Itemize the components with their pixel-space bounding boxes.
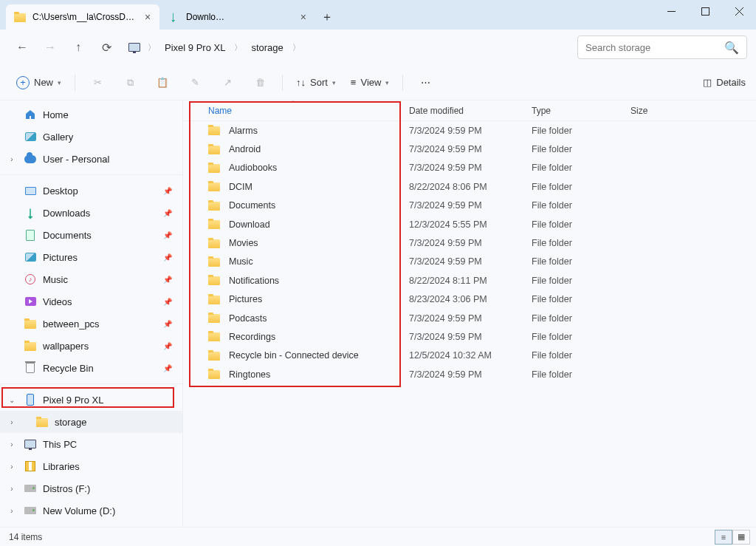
search-input[interactable]: 🔍	[577, 35, 747, 59]
details-button[interactable]: ◫ Details	[703, 77, 746, 88]
breadcrumb[interactable]: 〉 Pixel 9 Pro XL 〉 storage 〉	[121, 35, 576, 60]
sidebar-item-gallery[interactable]: Gallery	[0, 126, 182, 148]
table-row[interactable]: Alarms7/3/2024 9:59 PMFile folder	[183, 121, 756, 140]
file-type: File folder	[524, 313, 623, 324]
table-row[interactable]: Music7/3/2024 9:59 PMFile folder	[183, 253, 756, 271]
chevron-right-icon[interactable]: 〉	[146, 42, 157, 53]
chevron-right-icon[interactable]: 〉	[291, 42, 302, 53]
view-label: View	[360, 77, 381, 88]
tab-downloads[interactable]: ⭣ Downloads ×	[159, 4, 315, 30]
sidebar-item-music[interactable]: ♪Music📌	[0, 268, 182, 290]
drive-icon	[24, 482, 37, 495]
tab-active[interactable]: C:\Users\m__la\CrossDevice\Pi ×	[6, 4, 159, 30]
sidebar-item-this-pc[interactable]: ›This PC	[0, 433, 182, 455]
column-date[interactable]: Date modified	[402, 106, 524, 116]
cut-button[interactable]: ✂	[83, 70, 112, 95]
refresh-button[interactable]: ⟳	[93, 34, 120, 61]
file-type: File folder	[524, 200, 623, 211]
sidebar-item-storage[interactable]: ›storage	[0, 411, 182, 433]
column-size[interactable]: Size	[623, 106, 690, 116]
videos-icon	[24, 295, 37, 308]
table-row[interactable]: Documents7/3/2024 9:59 PMFile folder	[183, 197, 756, 215]
sidebar-item-between-pcs[interactable]: between_pcs📌	[0, 313, 182, 335]
chevron-right-icon[interactable]: ›	[6, 463, 18, 471]
search-icon[interactable]: 🔍	[724, 41, 739, 55]
chevron-right-icon[interactable]: 〉	[233, 42, 244, 53]
sidebar-item-new-volume-d-[interactable]: ›New Volume (D:)	[0, 499, 182, 522]
sort-button[interactable]: ↑↓ Sort ▾	[290, 70, 342, 95]
maximize-button[interactable]	[688, 0, 722, 22]
copy-button[interactable]: ⧉	[115, 70, 145, 95]
chevron-down-icon: ▾	[385, 79, 389, 86]
chevron-right-icon[interactable]: ›	[6, 155, 18, 163]
minimize-button[interactable]	[654, 0, 688, 22]
sidebar-item-recycle-bin[interactable]: Recycle Bin📌	[0, 357, 182, 379]
download-icon: ⭣	[167, 10, 180, 24]
sidebar-item-videos[interactable]: Videos📌	[0, 290, 182, 313]
sidebar-item-label: Libraries	[43, 461, 80, 472]
paste-button[interactable]: 📋	[148, 70, 177, 95]
folder-icon	[208, 330, 221, 344]
up-button[interactable]: ↑	[65, 34, 92, 61]
sidebar-item-desktop[interactable]: Desktop📌	[0, 180, 182, 202]
sidebar-item-pixel-9-pro-xl[interactable]: ⌄Pixel 9 Pro XL	[0, 389, 182, 411]
sidebar-item-downloads[interactable]: ⭣Downloads📌	[0, 202, 182, 224]
close-icon[interactable]: ×	[142, 11, 154, 23]
details-view-button[interactable]: ≡	[715, 530, 732, 545]
desktop-icon	[24, 184, 37, 197]
sidebar-item-pictures[interactable]: Pictures📌	[0, 246, 182, 268]
sidebar-item-user-personal[interactable]: ›User - Personal	[0, 148, 182, 170]
forward-button[interactable]: →	[37, 34, 63, 61]
file-type: File folder	[524, 294, 623, 304]
more-button[interactable]: ⋯	[410, 70, 440, 95]
sidebar-item-wallpapers[interactable]: wallpapers📌	[0, 335, 182, 357]
chevron-down-icon[interactable]: ⌄	[6, 396, 18, 404]
folder-icon	[208, 218, 221, 231]
folder-icon	[208, 255, 221, 268]
table-row[interactable]: Audiobooks7/3/2024 9:59 PMFile folder	[183, 159, 756, 177]
file-name: Recordings	[229, 332, 275, 342]
folder-icon	[208, 293, 221, 306]
chevron-right-icon[interactable]: ›	[6, 507, 18, 515]
crumb-device[interactable]: Pixel 9 Pro XL	[160, 42, 230, 53]
new-button[interactable]: + New ▾	[10, 70, 67, 95]
sidebar-item-documents[interactable]: Documents📌	[0, 224, 182, 246]
table-row[interactable]: Download12/3/2024 5:55 PMFile folder	[183, 215, 756, 233]
sidebar-item-libraries[interactable]: ›Libraries	[0, 455, 182, 477]
rename-button[interactable]: ✎	[180, 70, 210, 95]
new-label: New	[34, 77, 53, 88]
view-button[interactable]: ≡ View ▾	[345, 70, 396, 95]
table-row[interactable]: Notifications8/22/2024 8:11 PMFile folde…	[183, 271, 756, 290]
sidebar-item-label: Home	[43, 109, 69, 120]
thumbnail-view-button[interactable]: ▦	[732, 530, 750, 545]
sidebar-item-label: Desktop	[43, 185, 78, 197]
table-row[interactable]: Movies7/3/2024 9:59 PMFile folder	[183, 233, 756, 252]
table-row[interactable]: Ringtones7/3/2024 9:59 PMFile folder	[183, 365, 756, 383]
table-row[interactable]: Pictures8/23/2024 3:06 PMFile folder	[183, 290, 756, 309]
table-row[interactable]: Recycle bin - Connected device12/5/2024 …	[183, 347, 756, 365]
table-row[interactable]: DCIM8/22/2024 8:06 PMFile folder	[183, 177, 756, 196]
column-type[interactable]: Type	[524, 106, 623, 116]
back-button[interactable]: ←	[9, 34, 35, 61]
table-row[interactable]: Podcasts7/3/2024 9:59 PMFile folder	[183, 309, 756, 327]
sort-indicator-icon: ⌃	[290, 100, 296, 107]
crumb-folder[interactable]: storage	[247, 42, 287, 53]
close-icon[interactable]: ×	[298, 11, 309, 23]
close-button[interactable]	[722, 0, 756, 22]
chevron-right-icon[interactable]: ›	[6, 440, 18, 448]
search-field[interactable]	[585, 42, 720, 53]
chevron-right-icon[interactable]: ›	[6, 485, 18, 493]
status-bar: 14 items ≡ ▦	[0, 527, 756, 546]
share-button[interactable]: ↗	[213, 70, 242, 95]
file-date: 7/3/2024 9:59 PM	[402, 144, 524, 154]
folder-icon	[208, 143, 221, 156]
sidebar-item-distros-f-[interactable]: ›Distros (F:)	[0, 477, 182, 499]
chevron-right-icon[interactable]: ›	[6, 418, 18, 426]
table-row[interactable]: Android7/3/2024 9:59 PMFile folder	[183, 140, 756, 158]
sidebar-item-home[interactable]: Home	[0, 103, 182, 126]
new-tab-button[interactable]: ＋	[315, 4, 340, 30]
delete-button[interactable]: 🗑	[245, 70, 275, 95]
pin-icon: 📌	[163, 253, 172, 262]
sidebar: HomeGallery›User - Personal Desktop📌⭣Dow…	[0, 100, 183, 527]
table-row[interactable]: Recordings7/3/2024 9:59 PMFile folder	[183, 327, 756, 346]
